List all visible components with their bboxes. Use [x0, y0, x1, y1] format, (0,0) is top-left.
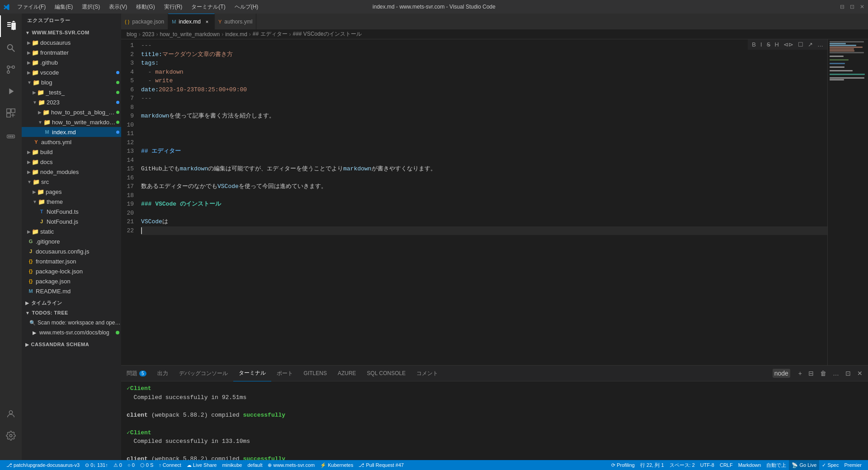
menu-run[interactable]: 実行(R) — [160, 2, 186, 12]
menu-view[interactable]: 表示(V) — [105, 2, 131, 12]
tree-item-vscode[interactable]: ▶📁vscode — [22, 67, 121, 77]
premier-status[interactable]: Premier — [841, 460, 864, 470]
site-status[interactable]: ⊕ www.mets-svr.com — [265, 460, 317, 470]
breadcrumb-2023[interactable]: 2023 — [142, 31, 155, 38]
code-editor[interactable]: B I S̶ H ⊲⊳ ☐ ↗ … 1234567891011121314151… — [121, 39, 827, 365]
tree-item--tests-[interactable]: ▶📁_tests_ — [22, 87, 121, 97]
language-status[interactable]: Markdown — [736, 460, 764, 470]
errors-status[interactable]: ⚠ 0 — [111, 460, 125, 470]
tree-item-NotFound-js[interactable]: JNotFound.js — [22, 216, 121, 226]
remote-s-status[interactable]: ⬡ 0 S — [137, 460, 156, 470]
term-tab-sql[interactable]: SQL CONSOLE — [362, 366, 411, 381]
breadcrumb-blog[interactable]: blog — [127, 31, 137, 38]
tree-item-static[interactable]: ▶📁static — [22, 226, 121, 236]
toolbar-link[interactable]: ↗ — [807, 40, 814, 49]
breadcrumb-vscode[interactable]: ### VSCodeのインストール — [293, 30, 362, 38]
remote-activity-icon[interactable] — [0, 126, 22, 147]
tree-item-blog[interactable]: ▼📁blog — [22, 77, 121, 87]
add-terminal-icon[interactable]: + — [797, 369, 804, 378]
cassandra-section[interactable]: ▶ CASSANDRA SCHEMA — [22, 339, 121, 349]
menu-edit[interactable]: 編集(E) — [51, 2, 76, 12]
git-branch-status[interactable]: ⎇ patch/upgrade-docusaurus-v3 — [4, 460, 82, 470]
toolbar-italic[interactable]: I — [759, 40, 764, 49]
menu-help[interactable]: ヘルプ(H) — [231, 2, 262, 12]
minikube-status[interactable]: minikube — [219, 460, 245, 470]
terminal-content[interactable]: ✓Client Compiled successfully in 92.51ms… — [121, 381, 868, 460]
git-sync-status[interactable]: ⊙ 0↓ 131↑ — [82, 460, 111, 470]
cursor-position-status[interactable]: 行 22, 列 1 — [637, 460, 667, 470]
tree-item-docusaurus[interactable]: ▶📁docusaurus — [22, 38, 121, 47]
source-control-activity-icon[interactable] — [0, 59, 22, 80]
go-live-status[interactable]: 📡 Go Live — [789, 460, 819, 470]
menu-terminal[interactable]: ターミナル(T) — [188, 2, 229, 12]
term-tab-ports[interactable]: ポート — [271, 366, 298, 381]
toolbar-checkbox[interactable]: ☐ — [797, 40, 805, 49]
tree-item-theme[interactable]: ▼📁theme — [22, 197, 121, 207]
tree-item-docs[interactable]: ▶📁docs — [22, 157, 121, 167]
encoding-status[interactable]: UTF-8 — [698, 460, 717, 470]
search-activity-icon[interactable] — [0, 37, 22, 59]
tree-item--gitignore[interactable]: G.gitignore — [22, 236, 121, 246]
tree-item-how-to-post-a-blog-page[interactable]: ▶📁how_to_post_a_blog_page — [22, 107, 121, 117]
breadcrumb-how-to[interactable]: how_to_write_markdown — [160, 31, 220, 38]
tree-item-README-md[interactable]: MREADME.md — [22, 286, 121, 296]
explorer-icon[interactable] — [0, 15, 22, 37]
term-tab-problems[interactable]: 問題 5 — [121, 366, 152, 381]
tree-item-package-lock-json[interactable]: {}package-lock.json — [22, 266, 121, 276]
menu-file[interactable]: ファイル(F) — [14, 2, 49, 12]
root-folder[interactable]: ▼ WWW.METS-SVR.COM — [22, 28, 121, 38]
auto-format-status[interactable]: 自動で上 — [764, 460, 789, 470]
toolbar-heading[interactable]: H — [774, 40, 780, 49]
tree-item--github[interactable]: ▶📁.github — [22, 57, 121, 67]
term-tab-gitlens[interactable]: GITLENS — [298, 366, 332, 381]
connect-status[interactable]: ↑ Connect — [156, 460, 184, 470]
kubernetes-status[interactable]: ⚡ Kubernetes — [317, 460, 356, 470]
code-content[interactable]: ---title: マークダウン文章の書き方tags: - markdown -… — [139, 41, 827, 235]
pull-request-status[interactable]: ⎇ Pull Request #47 — [356, 460, 406, 470]
live-share-status[interactable]: ☁ Live Share — [184, 460, 220, 470]
tree-item-authors-yml[interactable]: Yauthors.yml — [22, 137, 121, 147]
toolbar-more[interactable]: … — [816, 40, 825, 49]
toolbar-bold[interactable]: B — [750, 40, 757, 49]
tab-authors-yml[interactable]: Y authors.yml — [215, 14, 256, 29]
breadcrumb-index[interactable]: index.md — [225, 31, 247, 38]
todos-section[interactable]: ▼ TODOS: TREE — [22, 308, 121, 318]
warnings-status[interactable]: ○ 0 — [125, 460, 137, 470]
term-tab-azure[interactable]: AZURE — [332, 366, 362, 381]
spec-status[interactable]: ✓ Spec — [819, 460, 841, 470]
breadcrumb-editor[interactable]: ## エディター — [253, 30, 288, 38]
tree-item-how-to-write-markdown[interactable]: ▼📁how_to_write_markdown — [22, 117, 121, 127]
profiling-status[interactable]: ⟳ Profiling — [609, 460, 637, 470]
split-terminal-icon[interactable]: ⊟ — [807, 369, 816, 378]
tree-item-package-json[interactable]: {}package.json — [22, 276, 121, 286]
context-status[interactable]: default — [245, 460, 265, 470]
term-tab-terminal[interactable]: ターミナル — [233, 366, 271, 381]
maximize-terminal-icon[interactable]: ⊡ — [844, 369, 853, 378]
extensions-activity-icon[interactable] — [0, 102, 22, 124]
accounts-activity-icon[interactable] — [0, 403, 22, 425]
tree-item-docusaurus-config-js[interactable]: Jdocusaurus.config.js — [22, 246, 121, 256]
menu-select[interactable]: 選択(S) — [78, 2, 104, 12]
timeline-section[interactable]: ▶ タイムライン — [22, 298, 121, 308]
term-tab-output[interactable]: 出力 — [152, 366, 174, 381]
tree-item-frontmatter-json[interactable]: {}frontmatter.json — [22, 256, 121, 266]
tree-item-frontmatter[interactable]: ▶📁frontmatter — [22, 47, 121, 57]
term-tab-comments[interactable]: コメント — [411, 366, 443, 381]
kill-terminal-icon[interactable]: 🗑 — [818, 369, 828, 378]
line-ending-status[interactable]: CRLF — [717, 460, 736, 470]
tree-item-src[interactable]: ▼📁src — [22, 177, 121, 187]
settings-activity-icon[interactable] — [0, 425, 22, 446]
term-tab-debug[interactable]: デバッグコンソール — [174, 366, 233, 381]
tree-item-NotFound-ts[interactable]: TNotFound.ts — [22, 207, 121, 216]
run-debug-activity-icon[interactable] — [0, 80, 22, 102]
tree-item-pages[interactable]: ▶📁pages — [22, 187, 121, 197]
tree-item-build[interactable]: ▶📁build — [22, 147, 121, 157]
tree-item-node-modules[interactable]: ▶📁node_modules — [22, 167, 121, 177]
tree-item-2023[interactable]: ▼📁2023 — [22, 97, 121, 107]
tab-close-icon[interactable]: × — [203, 18, 211, 25]
more-terminal-icon[interactable]: … — [831, 369, 841, 378]
indent-status[interactable]: スペース: 2 — [667, 460, 698, 470]
tree-item-index-md[interactable]: Mindex.md — [22, 127, 121, 137]
toolbar-strike[interactable]: S̶ — [765, 40, 772, 49]
close-terminal-icon[interactable]: ✕ — [855, 369, 864, 378]
